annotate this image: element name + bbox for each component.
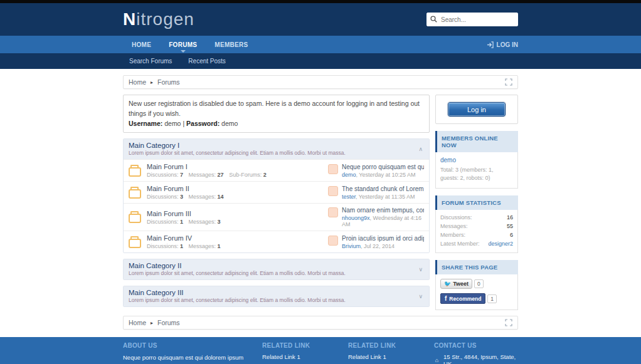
avatar[interactable] <box>328 236 338 246</box>
last-post: Neque porro quisquam est qui dol... demo… <box>328 164 424 178</box>
stat-value: 7 <box>180 172 183 178</box>
forum-link[interactable]: Main Forum III <box>147 210 322 217</box>
stat-label: Members: <box>440 232 465 238</box>
avatar[interactable] <box>328 186 338 196</box>
avatar[interactable] <box>328 207 338 217</box>
category-2-header[interactable]: Main Category II Lorem ipsum dolor sit a… <box>124 259 429 279</box>
folder-icon[interactable] <box>129 167 141 177</box>
password-value: demo <box>220 120 238 127</box>
last-post-author[interactable]: demo <box>342 172 356 178</box>
stat-value: 6 <box>510 232 513 238</box>
nav-tab-forums[interactable]: FORUMS <box>160 36 206 53</box>
breadcrumb-home[interactable]: Home <box>129 78 146 86</box>
stat-label: Discussions: <box>147 243 179 249</box>
nav-tab-members[interactable]: MEMBERS <box>206 36 257 53</box>
category-description: Lorem ipsum dolor sit amet, consectetur … <box>129 297 346 303</box>
search-box <box>426 13 518 26</box>
related-link[interactable]: Related Link 1 <box>262 353 348 360</box>
main-column: New user registration is disabled due to… <box>123 95 430 307</box>
login-button[interactable]: Log in <box>448 102 506 117</box>
category-1: Main Category I Lorem ipsum dolor sit am… <box>123 138 430 253</box>
last-post-title[interactable]: Nam ornare enim tempus, condim... <box>342 207 424 214</box>
online-member-link[interactable]: demo <box>440 157 513 164</box>
breadcrumb-current[interactable]: Forums <box>157 78 180 86</box>
quick-nav-icon[interactable] <box>505 319 512 326</box>
subnav-search-forums[interactable]: Search Forums <box>129 58 172 65</box>
recommend-label: Recommend <box>449 296 481 302</box>
breadcrumb-bottom: Home ▸ Forums <box>123 316 518 330</box>
category-description: Lorem ipsum dolor sit amet, consectetur … <box>129 150 346 156</box>
stat-label: Messages: <box>189 243 216 249</box>
last-post-author[interactable]: tester <box>342 194 356 200</box>
online-total: Total: 3 (members: 1, guests: 2, robots:… <box>440 166 513 182</box>
breadcrumb-home[interactable]: Home <box>129 319 146 326</box>
facebook-recommend-button[interactable]: fRecommend <box>440 293 485 304</box>
tweet-button[interactable]: 🐦Tweet <box>440 279 472 289</box>
folder-icon[interactable] <box>129 214 141 223</box>
subnav-recent-posts[interactable]: Recent Posts <box>188 58 225 65</box>
stat-row: Latest Member:designer2 <box>440 241 513 247</box>
main-nav: HOME FORUMS MEMBERS LOG IN <box>0 36 641 53</box>
related-link[interactable]: Related Link 1 <box>348 353 434 360</box>
stat-row: Discussions:16 <box>440 214 513 221</box>
password-label: Password: <box>186 120 220 127</box>
forum-row-2: Main Forum II Discussions: 3 Messages: 1… <box>124 181 429 203</box>
forum-row-1: Main Forum I Discussions: 7 Messages: 27… <box>124 159 429 181</box>
avatar[interactable] <box>328 164 338 174</box>
category-title[interactable]: Main Category II <box>129 262 346 269</box>
chevron-down-icon[interactable]: ∨ <box>418 293 424 299</box>
stat-value: 14 <box>218 194 224 200</box>
last-post-title[interactable]: The standard chunk of Lorem Ipsu... <box>342 185 424 192</box>
last-post-date: , Jul 22, 2014 <box>361 243 395 249</box>
category-title[interactable]: Main Category I <box>129 142 346 149</box>
folder-icon[interactable] <box>129 239 141 248</box>
footer-contact: CONTACT US ⌂15 Str., 4844, Ipsum, State,… <box>434 342 518 364</box>
forum-stats: Discussions: 1 Messages: 1 <box>147 243 322 249</box>
stat-value: 3 <box>218 219 221 225</box>
category-title[interactable]: Main Category III <box>129 289 346 296</box>
stat-label: Discussions: <box>147 219 179 225</box>
quick-nav-icon[interactable] <box>505 78 512 86</box>
last-post-title[interactable]: Proin iaculis ipsum id orci adipisci... <box>342 235 424 242</box>
last-post-author[interactable]: Brivium <box>342 243 361 249</box>
about-text: Neque porro quisquam est qui dolorem ips… <box>123 353 253 364</box>
latest-member-link[interactable]: designer2 <box>488 241 513 247</box>
forum-link[interactable]: Main Forum IV <box>147 234 322 242</box>
login-link[interactable]: LOG IN <box>487 36 518 53</box>
last-post: The standard chunk of Lorem Ipsu... test… <box>328 185 424 200</box>
forum-link[interactable]: Main Forum I <box>147 163 322 170</box>
chevron-down-icon[interactable]: ∨ <box>418 266 424 273</box>
category-3-header[interactable]: Main Category III Lorem ipsum dolor sit … <box>124 286 429 306</box>
recommend-row: fRecommend 1 <box>440 293 513 304</box>
site-logo[interactable]: Nitrogen <box>123 9 194 29</box>
sidebar: Log in MEMBERS ONLINE NOW demo Total: 3 … <box>435 95 518 310</box>
logo-bold: N <box>123 9 136 29</box>
breadcrumb-separator: ▸ <box>151 320 153 326</box>
stat-label: Messages: <box>189 194 216 200</box>
breadcrumb-separator: ▸ <box>151 80 153 85</box>
username-label: Username: <box>129 120 162 127</box>
recommend-count: 1 <box>487 294 497 303</box>
forum-link[interactable]: Main Forum II <box>147 185 322 192</box>
last-post-author[interactable]: nhouong9x <box>342 215 370 221</box>
breadcrumb-current[interactable]: Forums <box>157 319 180 326</box>
stat-label: Messages: <box>189 219 216 225</box>
sign-in-icon <box>487 41 494 48</box>
username-value: demo <box>162 120 183 127</box>
last-post-title[interactable]: Neque porro quisquam est qui dol... <box>342 164 424 170</box>
footer: ABOUT US Neque porro quisquam est qui do… <box>0 337 641 364</box>
nav-tab-home[interactable]: HOME <box>123 36 160 53</box>
facebook-icon: f <box>445 295 447 302</box>
chevron-up-icon[interactable]: ∧ <box>418 146 424 152</box>
footer-related-1: RELATED LINK Related Link 1 Related Link… <box>262 342 348 364</box>
notice-box: New user registration is disabled due to… <box>123 95 430 133</box>
footer-about: ABOUT US Neque porro quisquam est qui do… <box>123 342 262 364</box>
members-online-block: MEMBERS ONLINE NOW demo Total: 3 (member… <box>435 131 518 189</box>
folder-icon[interactable] <box>129 189 141 199</box>
search-input[interactable] <box>426 13 518 26</box>
category-2: Main Category II Lorem ipsum dolor sit a… <box>123 259 430 280</box>
stat-row: Members:6 <box>440 232 513 238</box>
sub-nav: Search Forums Recent Posts <box>0 53 641 69</box>
nav-tab-forums-label: FORUMS <box>169 41 197 48</box>
category-1-header[interactable]: Main Category I Lorem ipsum dolor sit am… <box>124 139 429 159</box>
